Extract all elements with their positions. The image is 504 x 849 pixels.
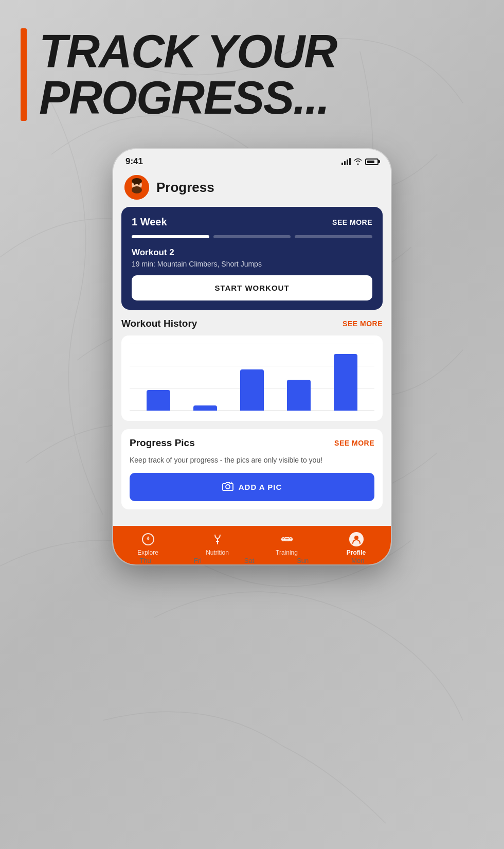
svg-point-5 [138,184,140,185]
hero-title: TRACK YOUR PROGRESS... [39,28,483,121]
svg-point-10 [147,539,149,540]
pics-see-more[interactable]: SEE MORE [334,439,374,447]
camera-icon: + [222,481,233,493]
week-card: 1 Week SEE MORE Workout 2 19 min: Mounta… [121,207,383,310]
avatar [124,175,149,200]
wifi-icon [354,157,362,166]
profile-icon [349,532,364,546]
week-see-more[interactable]: SEE MORE [332,218,372,226]
history-see-more[interactable]: SEE MORE [343,320,383,328]
workout-name: Workout 2 [132,247,372,258]
chart-label-sun: Sun [297,557,309,564]
chart-bar-fri [193,405,217,411]
week-label: 1 Week [132,216,167,228]
week-progress-bars [132,235,372,238]
nav-nutrition[interactable]: Nutrition [183,532,252,556]
signal-icon [341,158,351,165]
chart-bar-thu [147,390,170,411]
svg-point-2 [132,186,142,193]
svg-point-4 [134,184,136,185]
chart-bar-sat [240,369,264,411]
chart-label-sat: Sat [244,557,255,564]
nav-explore-label: Explore [137,549,158,556]
training-icon [280,532,294,546]
nav-training-label: Training [276,549,298,556]
nav-nutrition-label: Nutrition [206,549,229,556]
chart-label-fri: Fri [194,557,202,564]
progress-pics-section: Progress Pics SEE MORE Keep track of you… [121,429,383,509]
status-time: 9:41 [125,156,143,167]
battery-icon [365,158,379,165]
workout-info: Workout 2 19 min: Mountain Climbers, Sho… [132,247,372,268]
progress-seg-2 [213,235,291,238]
add-pic-button[interactable]: + ADD A PIC [130,473,374,501]
phone-frame: 9:41 [113,149,391,564]
svg-point-6 [226,485,230,489]
status-bar: 9:41 [113,149,391,171]
start-workout-button[interactable]: START WORKOUT [132,275,372,300]
add-pic-label: ADD A PIC [239,483,282,491]
chart-grid [130,344,374,411]
phone-content: 1 Week SEE MORE Workout 2 19 min: Mounta… [113,207,391,526]
progress-pics-title: Progress Pics [130,437,195,449]
progress-pics-header: Progress Pics SEE MORE [130,437,374,449]
chart-label-thu: Thu [139,557,151,564]
chart-bars [130,354,374,411]
app-header: Progress [113,171,391,207]
hero-accent-bar [21,28,27,121]
hero-section: TRACK YOUR PROGRESS... [21,28,483,121]
svg-point-3 [132,178,142,184]
chart-labels: ThuFriSatSunMon [113,557,391,564]
workout-details: 19 min: Mountain Climbers, Short Jumps [132,260,372,268]
workout-history-header: Workout History SEE MORE [121,318,383,329]
status-icons [341,157,379,166]
svg-text:+: + [230,481,233,485]
chart-bar-mon [334,354,357,411]
workout-history-chart: ThuFriSatSunMon [121,335,383,421]
nav-profile-label: Profile [347,549,366,556]
chart-bar-sun [287,380,311,411]
explore-icon [141,532,155,546]
app-title: Progress [156,180,214,196]
chart-label-mon: Mon [351,557,364,564]
svg-point-18 [354,536,358,540]
progress-pics-desc: Keep track of your progress - the pics a… [130,455,374,466]
workout-history-title: Workout History [121,318,197,329]
nutrition-icon [210,532,225,546]
nav-profile[interactable]: Profile [321,532,391,556]
progress-seg-1 [132,235,209,238]
nav-training[interactable]: Training [252,532,321,556]
progress-seg-3 [295,235,372,238]
nav-explore[interactable]: Explore [113,532,183,556]
